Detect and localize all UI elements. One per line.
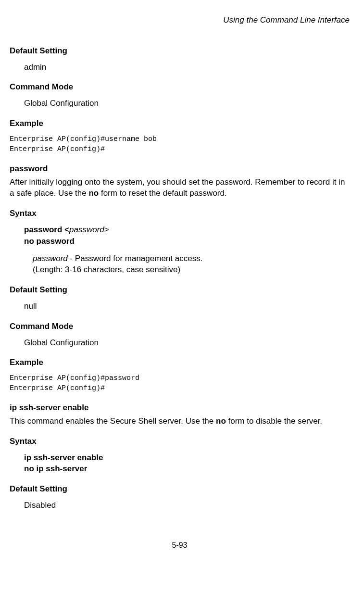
value-default-setting-3: Disabled (24, 500, 350, 511)
heading-default-setting-1: Default Setting (10, 45, 350, 57)
syntax-ssh-line2: no ip ssh-server (24, 463, 350, 475)
code-example-2: Enterprise AP(config)#password Enterpris… (10, 373, 350, 393)
page-number: 5-93 (10, 540, 350, 551)
heading-example-2: Example (10, 357, 350, 368)
text-span: > (104, 225, 109, 234)
desc-ip-ssh: This command enables the Secure Shell se… (10, 415, 350, 427)
value-default-setting-2: null (24, 301, 350, 312)
text-span-italic: password (69, 225, 104, 234)
heading-password: password (10, 163, 350, 175)
heading-example-1: Example (10, 118, 350, 129)
text-span: (Length: 3-16 characters, case sensitive… (33, 265, 180, 274)
heading-default-setting-2: Default Setting (10, 284, 350, 296)
text-span: form to disable the server. (226, 416, 322, 426)
text-span-italic: password (33, 254, 68, 263)
heading-command-mode-1: Command Mode (10, 81, 350, 93)
heading-default-setting-3: Default Setting (10, 483, 350, 495)
syntax-password-line1: password <password> (24, 224, 350, 236)
value-command-mode-1: Global Configuration (24, 98, 350, 109)
heading-ip-ssh: ip ssh-server enable (10, 402, 350, 414)
syntax-ssh-line1: ip ssh-server enable (24, 452, 350, 464)
page-header: Using the Command Line Interface (10, 14, 350, 26)
text-span: - Password for management access. (68, 254, 203, 263)
text-span-bold: no (216, 416, 226, 426)
text-span-bold: password < (24, 225, 69, 234)
heading-syntax-2: Syntax (10, 436, 350, 447)
text-span: This command enables the Secure Shell se… (10, 416, 216, 426)
text-span-bold: no (88, 189, 99, 198)
code-example-1: Enterprise AP(config)#username bob Enter… (10, 134, 350, 154)
value-command-mode-2: Global Configuration (24, 337, 350, 349)
desc-password: After initially logging onto the system,… (10, 176, 350, 200)
heading-command-mode-2: Command Mode (10, 321, 350, 332)
param-desc: password - Password for management acces… (33, 253, 350, 276)
value-default-setting-1: admin (24, 62, 350, 73)
text-span: form to reset the default password. (99, 189, 226, 198)
syntax-password-line2: no password (24, 236, 350, 247)
heading-syntax-1: Syntax (10, 208, 350, 219)
